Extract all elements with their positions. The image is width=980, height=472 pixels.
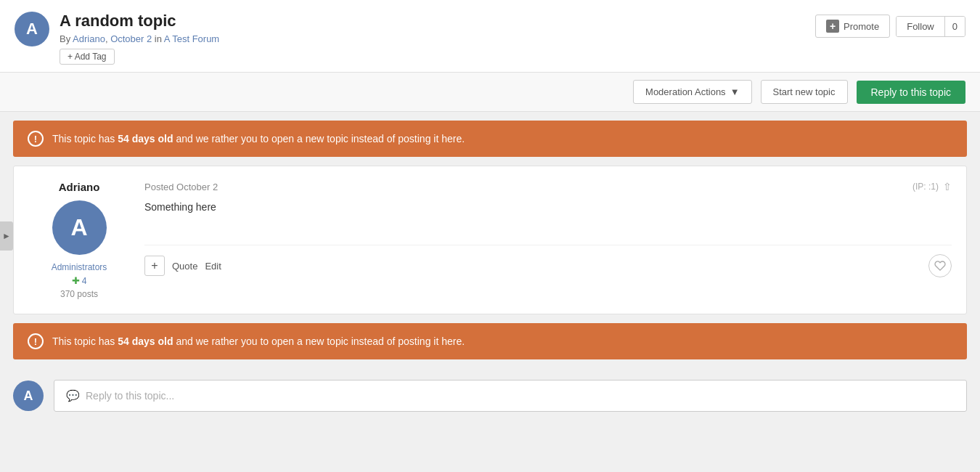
- page-wrapper: ► A A random topic By Adriano, October 2…: [0, 0, 980, 472]
- dropdown-arrow-icon: ▼: [730, 86, 740, 97]
- warning-icon-bottom: !: [28, 333, 44, 349]
- topic-header-right: + Promote Follow 0: [815, 15, 965, 38]
- post-body: Something here: [144, 201, 952, 230]
- action-bar: Moderation Actions ▼ Start new topic Rep…: [0, 73, 980, 112]
- post-author-avatar: A: [52, 200, 107, 255]
- heart-icon: [934, 260, 946, 272]
- warning-icon-top: !: [28, 131, 44, 147]
- follow-label: Follow: [897, 17, 945, 36]
- topic-title-area: A random topic By Adriano, October 2 in …: [60, 12, 219, 65]
- post-author-col: Adriano A Administrators ✚ 4 370 posts: [28, 181, 130, 299]
- topic-header: A A random topic By Adriano, October 2 i…: [0, 0, 980, 73]
- post-date: Posted October 2: [144, 182, 218, 192]
- post-like-button[interactable]: [928, 254, 952, 277]
- start-new-topic-button[interactable]: Start new topic: [761, 80, 848, 104]
- post-inner: Adriano A Administrators ✚ 4 370 posts P…: [14, 166, 966, 314]
- post-author-rep: ✚ 4: [72, 275, 87, 286]
- post-author-name: Adriano: [59, 181, 100, 193]
- add-tag-button[interactable]: + Add Tag: [60, 49, 115, 65]
- reply-user-avatar: A: [13, 381, 44, 411]
- topic-forum-link[interactable]: A Test Forum: [164, 33, 219, 44]
- reply-placeholder: Reply to this topic...: [86, 390, 174, 402]
- post-actions-row: + Quote Edit: [144, 245, 952, 277]
- post-edit-button[interactable]: Edit: [205, 261, 221, 272]
- reply-to-topic-button[interactable]: Reply to this topic: [857, 81, 966, 104]
- comment-icon: 💬: [66, 389, 80, 402]
- post-quote-button[interactable]: Quote: [172, 261, 197, 272]
- promote-button[interactable]: + Promote: [815, 15, 890, 38]
- topic-header-left: A A random topic By Adriano, October 2 i…: [15, 12, 219, 65]
- warning-text-top: This topic has 54 days old and we rather…: [52, 133, 465, 145]
- post-ip: (IP: :1) ⇧: [912, 181, 952, 192]
- topic-author-avatar: A: [15, 12, 49, 46]
- share-icon[interactable]: ⇧: [943, 181, 952, 192]
- warning-text-bottom: This topic has 54 days old and we rather…: [52, 335, 465, 347]
- reply-area: A 💬 Reply to this topic...: [0, 368, 980, 423]
- post-card: Adriano A Administrators ✚ 4 370 posts P…: [13, 166, 967, 314]
- topic-meta: By Adriano, October 2 in A Test Forum: [60, 33, 219, 44]
- warning-banner-top: ! This topic has 54 days old and we rath…: [13, 121, 967, 157]
- post-actions-left: + Quote Edit: [144, 256, 221, 276]
- follow-button[interactable]: Follow 0: [896, 16, 965, 37]
- topic-title: A random topic: [60, 12, 219, 30]
- post-action-plus-button[interactable]: +: [144, 256, 165, 276]
- topic-date-link[interactable]: October 2: [110, 33, 152, 44]
- post-meta-row: Posted October 2 (IP: :1) ⇧: [144, 181, 952, 192]
- post-author-count: 370 posts: [60, 289, 98, 299]
- promote-plus-icon: +: [826, 20, 839, 33]
- follow-count: 0: [945, 17, 965, 36]
- warning-banner-bottom: ! This topic has 54 days old and we rath…: [13, 323, 967, 359]
- reply-input-wrapper[interactable]: 💬 Reply to this topic...: [54, 380, 967, 412]
- topic-author-link[interactable]: Adriano: [73, 33, 105, 44]
- post-author-role[interactable]: Administrators: [52, 262, 107, 272]
- sidebar-toggle[interactable]: ►: [0, 221, 13, 251]
- post-content-col: Posted October 2 (IP: :1) ⇧ Something he…: [144, 181, 952, 299]
- sidebar-toggle-arrow: ►: [2, 231, 11, 241]
- rep-plus-icon: ✚: [72, 275, 80, 286]
- moderation-actions-button[interactable]: Moderation Actions ▼: [633, 80, 751, 104]
